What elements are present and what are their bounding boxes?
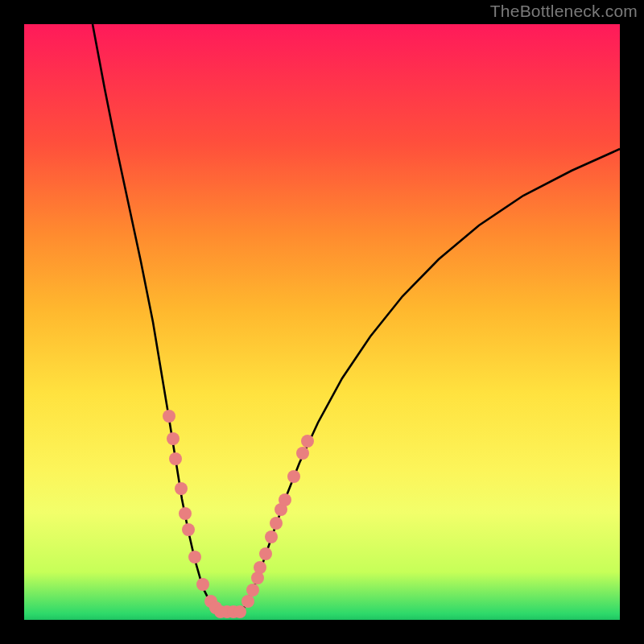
data-bead bbox=[246, 584, 259, 597]
data-bead bbox=[167, 432, 180, 445]
data-bead bbox=[182, 523, 195, 536]
bead-group bbox=[163, 410, 314, 618]
data-bead bbox=[279, 493, 291, 506]
curve-right bbox=[242, 149, 620, 612]
data-bead bbox=[242, 595, 254, 608]
data-bead bbox=[296, 447, 309, 460]
chart-frame: TheBottleneck.com bbox=[0, 0, 644, 644]
data-bead bbox=[259, 547, 272, 560]
data-bead bbox=[254, 561, 266, 574]
data-bead bbox=[163, 410, 175, 423]
watermark-text: TheBottleneck.com bbox=[490, 2, 638, 21]
data-bead bbox=[301, 435, 314, 448]
data-bead bbox=[179, 507, 192, 520]
chart-svg bbox=[24, 24, 620, 620]
data-bead bbox=[175, 482, 188, 495]
curve-left bbox=[93, 24, 221, 612]
data-bead bbox=[169, 452, 182, 465]
data-bead bbox=[265, 530, 278, 543]
data-bead bbox=[287, 470, 300, 483]
plot-area bbox=[24, 24, 620, 620]
data-bead bbox=[188, 551, 201, 564]
data-bead bbox=[270, 517, 283, 530]
data-bead bbox=[196, 578, 209, 591]
data-bead bbox=[233, 605, 246, 618]
